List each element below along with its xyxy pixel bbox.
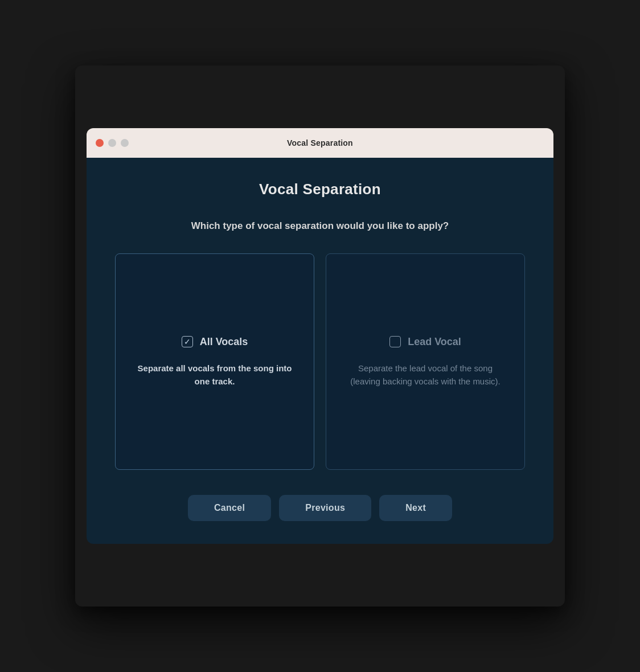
main-content: Vocal Separation Which type of vocal sep… (87, 158, 553, 544)
option-header-lead-vocal: Lead Vocal (389, 336, 461, 348)
checkbox-all-vocals[interactable]: ✓ (182, 336, 193, 347)
title-bar: Vocal Separation (87, 128, 553, 158)
app-window: Vocal Separation Vocal Separation Which … (87, 128, 553, 544)
window-title: Vocal Separation (287, 138, 353, 147)
checkmark-icon: ✓ (184, 338, 191, 346)
option-header-all-vocals: ✓ All Vocals (182, 336, 248, 348)
maximize-button[interactable] (121, 139, 129, 147)
previous-button[interactable]: Previous (279, 495, 371, 521)
option-label-all-vocals: All Vocals (200, 336, 248, 348)
option-card-lead-vocal[interactable]: Lead Vocal Separate the lead vocal of th… (326, 253, 525, 470)
page-title: Vocal Separation (115, 181, 525, 198)
cancel-button[interactable]: Cancel (188, 495, 271, 521)
question-text: Which type of vocal separation would you… (115, 219, 525, 233)
buttons-row: Cancel Previous Next (115, 495, 525, 521)
option-label-lead-vocal: Lead Vocal (408, 336, 461, 348)
window-wrapper: Vocal Separation Vocal Separation Which … (75, 65, 565, 607)
minimize-button[interactable] (108, 139, 116, 147)
checkbox-lead-vocal[interactable] (389, 336, 401, 347)
option-card-all-vocals[interactable]: ✓ All Vocals Separate all vocals from th… (115, 253, 314, 470)
options-row: ✓ All Vocals Separate all vocals from th… (115, 253, 525, 470)
next-button[interactable]: Next (379, 495, 452, 521)
option-description-lead-vocal: Separate the lead vocal of the song (lea… (347, 362, 504, 388)
option-description-all-vocals: Separate all vocals from the song into o… (136, 362, 293, 388)
traffic-lights (96, 139, 129, 147)
close-button[interactable] (96, 139, 104, 147)
